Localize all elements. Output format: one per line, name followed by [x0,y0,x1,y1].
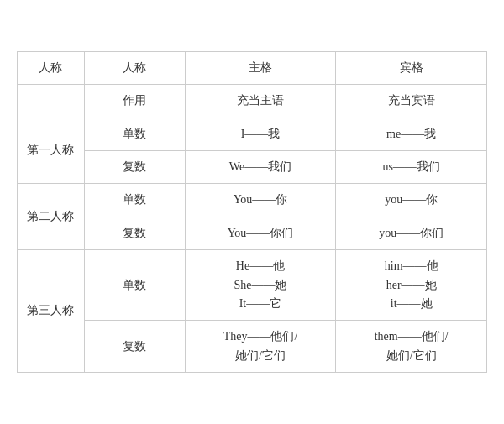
number-plural-2: 复数 [84,217,185,249]
subject-he: He——他She——她It——它 [185,250,336,321]
header-person: 人称 [18,51,85,84]
object-me: me——我 [336,118,487,150]
subject-you-sing: You——你 [185,184,336,217]
person-first: 第一人称 [18,118,85,184]
person-second: 第二人称 [18,184,85,250]
header-empty [18,85,85,118]
header-role-label: 人称 [84,51,185,84]
table-row: 第三人称 单数 He——他She——她It——它 him——他her——她it—… [18,250,487,321]
number-singular-3: 单数 [84,250,185,321]
subject-i: I——我 [185,118,336,150]
object-you-sing: you——你 [336,184,487,217]
header-object-role: 充当宾语 [336,85,487,118]
number-plural-3: 复数 [84,321,185,373]
number-singular-1: 单数 [84,118,185,150]
header-subject-case: 主格 [185,51,336,84]
object-us: us——我们 [336,151,487,184]
object-them: them——他们/她们/它们 [336,321,487,373]
object-him: him——他her——她it——她 [336,250,487,321]
header-subject-role: 充当主语 [185,85,336,118]
header-row-1: 人称 人称 主格 宾格 [18,51,487,84]
pronoun-table-wrapper: 人称 人称 主格 宾格 作用 充当主语 充当宾语 第一人称 单数 I——我 me… [17,51,487,373]
object-you-pl: you——你们 [336,217,487,249]
pronoun-table: 人称 人称 主格 宾格 作用 充当主语 充当宾语 第一人称 单数 I——我 me… [17,51,487,373]
table-row: 第二人称 单数 You——你 you——你 [18,184,487,217]
header-row-2: 作用 充当主语 充当宾语 [18,85,487,118]
number-plural-1: 复数 [84,151,185,184]
person-third: 第三人称 [18,250,85,373]
table-row: 第一人称 单数 I——我 me——我 [18,118,487,150]
table-row: 复数 They——他们/她们/它们 them——他们/她们/它们 [18,321,487,373]
table-row: 复数 We——我们 us——我们 [18,151,487,184]
subject-we: We——我们 [185,151,336,184]
table-row: 复数 You——你们 you——你们 [18,217,487,249]
subject-you-pl: You——你们 [185,217,336,249]
number-singular-2: 单数 [84,184,185,217]
subject-they: They——他们/她们/它们 [185,321,336,373]
header-role: 作用 [84,85,185,118]
header-object-case: 宾格 [336,51,487,84]
